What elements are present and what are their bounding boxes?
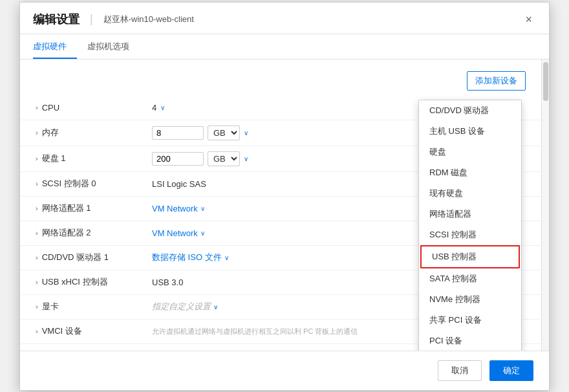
- hw-label-text-net2: 网络适配器 2: [42, 227, 91, 239]
- dropdown-item-shared-pci[interactable]: 共享 PCI 设备: [419, 310, 521, 331]
- net1-select[interactable]: VM Network ∨: [152, 204, 205, 213]
- dialog-subtitle: 赵亚林-win10-web-client: [103, 14, 194, 25]
- dialog-body: 添加新设备 CD/DVD 驱动器 主机 USB 设备 硬盘 RDM 磁盘 现有硬…: [20, 60, 549, 351]
- content-area: 添加新设备 CD/DVD 驱动器 主机 USB 设备 硬盘 RDM 磁盘 现有硬…: [20, 60, 541, 351]
- hw-label-vmci: › VMCI 设备: [36, 325, 152, 337]
- cpu-dropdown-arrow[interactable]: ∨: [160, 104, 165, 111]
- display-select[interactable]: 指定自定义设置 ∨: [152, 301, 218, 312]
- hw-label-text-scsi0: SCSI 控制器 0: [42, 178, 96, 190]
- net1-value-text: VM Network: [152, 204, 198, 213]
- disk1-unit-arrow: ∨: [244, 155, 248, 162]
- edit-settings-dialog: 编辑设置 | 赵亚林-win10-web-client × 虚拟硬件 虚拟机选项…: [19, 2, 550, 391]
- net1-dropdown-arrow: ∨: [200, 205, 205, 212]
- hw-label-text-usb-xhci: USB xHCI 控制器: [42, 276, 108, 288]
- expand-icon-scsi0[interactable]: ›: [36, 180, 38, 188]
- dropdown-item-pci-dev[interactable]: PCI 设备: [419, 331, 521, 351]
- dropdown-item-net-adapter[interactable]: 网络适配器: [419, 204, 521, 224]
- hw-label-scsi0: › SCSI 控制器 0: [36, 178, 152, 190]
- expand-icon-net1[interactable]: ›: [36, 204, 38, 212]
- cpu-value: 4: [152, 103, 156, 113]
- display-dropdown-arrow: ∨: [213, 303, 218, 310]
- header-separator: |: [90, 12, 93, 26]
- hw-label-text-display: 显卡: [42, 301, 59, 312]
- dialog-footer: 取消 确定: [20, 351, 549, 390]
- tabs-bar: 虚拟硬件 虚拟机选项: [20, 34, 549, 60]
- hw-label-text-cdrom1: CD/DVD 驱动器 1: [42, 252, 109, 263]
- hw-label-cdrom1: › CD/DVD 驱动器 1: [36, 252, 152, 263]
- hw-value-vmci: 允许虚拟机通过网络与虚拟机进行相互之间以利 PC 背板上的通信: [152, 327, 424, 336]
- vmci-value-text: 允许虚拟机通过网络与虚拟机进行相互之间以利 PC 背板上的通信: [152, 327, 358, 336]
- expand-icon-usb-xhci[interactable]: ›: [36, 278, 38, 286]
- memory-unit-arrow: ∨: [244, 129, 248, 136]
- usb-xhci-value-text: USB 3.0: [152, 278, 183, 287]
- confirm-button[interactable]: 确定: [489, 360, 533, 381]
- scrollbar-track[interactable]: [541, 60, 549, 351]
- hw-label-disk1: › 硬盘 1: [36, 153, 152, 164]
- scrollbar-thumb[interactable]: [543, 62, 548, 101]
- hw-label-text-cpu: CPU: [42, 103, 59, 113]
- cdrom1-dropdown-arrow: ∨: [224, 254, 229, 261]
- dropdown-item-usb-ctrl[interactable]: USB 控制器: [420, 245, 520, 268]
- memory-input[interactable]: [152, 126, 204, 140]
- memory-unit-select[interactable]: GB MB: [208, 125, 240, 140]
- dropdown-item-existing-disk[interactable]: 现有硬盘: [419, 183, 521, 204]
- cdrom1-value-text: 数据存储 ISO 文件: [152, 252, 222, 263]
- hw-label-display: › 显卡: [36, 301, 152, 312]
- disk1-input[interactable]: [152, 152, 204, 166]
- net2-value-text: VM Network: [152, 228, 198, 238]
- expand-icon-display[interactable]: ›: [36, 303, 38, 310]
- expand-icon-cpu[interactable]: ›: [36, 103, 38, 111]
- close-button[interactable]: ×: [521, 12, 536, 27]
- add-device-button[interactable]: 添加新设备: [467, 71, 526, 91]
- hw-label-net1: › 网络适配器 1: [36, 202, 152, 214]
- tab-vm-options[interactable]: 虚拟机选项: [87, 34, 140, 59]
- hw-label-cpu: › CPU: [36, 103, 152, 113]
- dropdown-item-hard-disk[interactable]: 硬盘: [419, 142, 521, 162]
- hw-label-text-disk1: 硬盘 1: [42, 153, 66, 164]
- hw-label-memory: › 内存: [36, 127, 152, 138]
- dialog-header: 编辑设置 | 赵亚林-win10-web-client ×: [20, 3, 549, 34]
- expand-icon-disk1[interactable]: ›: [36, 155, 38, 162]
- hw-label-text-vmci: VMCI 设备: [42, 325, 82, 337]
- disk1-unit-select[interactable]: GB MB: [208, 151, 240, 166]
- hw-label-net2: › 网络适配器 2: [36, 227, 152, 239]
- hw-label-text-net1: 网络适配器 1: [42, 202, 91, 214]
- cancel-button[interactable]: 取消: [438, 360, 482, 381]
- dropdown-item-host-usb[interactable]: 主机 USB 设备: [419, 121, 521, 142]
- net2-select[interactable]: VM Network ∨: [152, 228, 205, 238]
- expand-icon-cdrom1[interactable]: ›: [36, 254, 38, 261]
- add-device-dropdown: CD/DVD 驱动器 主机 USB 设备 硬盘 RDM 磁盘 现有硬盘 网络适配…: [418, 100, 522, 351]
- add-device-row: 添加新设备 CD/DVD 驱动器 主机 USB 设备 硬盘 RDM 磁盘 现有硬…: [20, 66, 541, 96]
- expand-icon-vmci[interactable]: ›: [36, 327, 38, 335]
- scsi0-value-text: LSI Logic SAS: [152, 179, 206, 189]
- cdrom1-select[interactable]: 数据存储 ISO 文件 ∨: [152, 252, 229, 263]
- net2-dropdown-arrow: ∨: [200, 230, 205, 237]
- dropdown-item-scsi-ctrl[interactable]: SCSI 控制器: [419, 224, 521, 245]
- dialog-title: 编辑设置: [33, 12, 80, 27]
- tab-virtual-hardware[interactable]: 虚拟硬件: [33, 34, 77, 59]
- dropdown-item-cdrom[interactable]: CD/DVD 驱动器: [419, 100, 521, 121]
- dropdown-item-rdm-disk[interactable]: RDM 磁盘: [419, 162, 521, 183]
- hw-label-text-memory: 内存: [42, 127, 59, 138]
- display-value-text: 指定自定义设置: [152, 301, 211, 312]
- hw-label-usb-xhci: › USB xHCI 控制器: [36, 276, 152, 288]
- expand-icon-net2[interactable]: ›: [36, 229, 38, 237]
- dropdown-item-nvme-ctrl[interactable]: NVMe 控制器: [419, 289, 521, 310]
- expand-icon-memory[interactable]: ›: [36, 129, 38, 136]
- dropdown-item-sata-ctrl[interactable]: SATA 控制器: [419, 268, 521, 289]
